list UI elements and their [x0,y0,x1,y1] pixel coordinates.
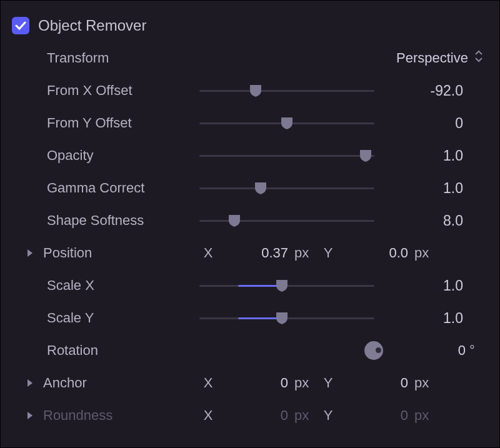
axis-x-label: X [199,245,217,261]
from-x-label: From X Offset [24,82,199,99]
roundness-label: Roundness [24,407,199,424]
gamma-row: Gamma Correct 1.0 [12,172,488,204]
from-x-row: From X Offset -92.0 [12,74,488,107]
scale-y-slider[interactable] [199,311,374,326]
transform-value: Perspective [396,50,468,66]
roundness-x-unit: px [292,407,319,424]
position-disclosure[interactable] [23,249,37,257]
position-y-unit: px [412,245,439,261]
position-x-value[interactable]: 0.37 [217,245,292,261]
roundness-disclosure[interactable] [23,411,37,420]
position-y-value[interactable]: 0.0 [337,245,412,261]
opacity-slider[interactable] [199,148,374,163]
transform-row: Transform Perspective [12,42,488,74]
scale-x-slider[interactable] [199,278,374,293]
roundness-row: Roundness X 0 px Y 0 px [12,399,488,432]
transform-dropdown[interactable]: Perspective [396,49,488,67]
axis-y-label: Y [319,407,337,424]
opacity-value[interactable]: 1.0 [374,147,468,164]
rotation-label: Rotation [24,342,199,359]
anchor-y-unit: px [412,375,439,391]
gamma-value[interactable]: 1.0 [374,180,468,197]
scale-x-row: Scale X 1.0 [12,269,488,302]
axis-x-label: X [199,375,217,391]
scale-x-label: Scale X [24,277,199,294]
rotation-row: Rotation 0 ° [12,334,488,367]
from-y-value[interactable]: 0 [374,115,468,132]
anchor-disclosure[interactable] [23,379,37,387]
section-header: Object Remover [12,9,488,42]
scale-y-value[interactable]: 1.0 [374,310,468,327]
from-x-value[interactable]: -92.0 [374,82,468,99]
scale-y-row: Scale Y 1.0 [12,302,488,334]
opacity-row: Opacity 1.0 [12,139,488,172]
gamma-slider[interactable] [199,181,374,196]
section-title: Object Remover [38,17,146,34]
from-y-row: From Y Offset 0 [12,107,488,139]
anchor-x-unit: px [292,375,319,391]
from-x-slider[interactable] [199,83,374,98]
gamma-label: Gamma Correct [24,180,199,196]
roundness-y-unit: px [412,407,439,424]
rotation-dial[interactable] [364,341,383,360]
axis-x-label: X [199,407,217,424]
enable-checkbox[interactable] [12,17,29,34]
anchor-x-value[interactable]: 0 [217,375,292,391]
anchor-label: Anchor [24,375,199,391]
from-y-slider[interactable] [199,116,374,131]
anchor-row: Anchor X 0 px Y 0 px [12,367,488,399]
roundness-y-value: 0 [337,407,412,424]
opacity-label: Opacity [24,147,199,164]
position-label: Position [24,245,199,261]
scale-y-label: Scale Y [24,310,199,326]
axis-y-label: Y [319,375,337,391]
rotation-value[interactable]: 0 [394,342,469,359]
softness-slider[interactable] [199,213,374,228]
anchor-y-value[interactable]: 0 [337,375,412,391]
transform-label: Transform [24,50,199,66]
scale-x-value[interactable]: 1.0 [374,277,468,294]
rotation-unit: ° [469,342,488,359]
softness-value[interactable]: 8.0 [374,212,468,229]
position-x-unit: px [292,245,319,261]
softness-row: Shape Softness 8.0 [12,204,488,237]
from-y-label: From Y Offset [24,115,199,131]
roundness-x-value: 0 [217,407,292,424]
position-row: Position X 0.37 px Y 0.0 px [12,237,488,269]
axis-y-label: Y [319,245,337,261]
updown-icon [474,49,483,67]
softness-label: Shape Softness [24,212,199,229]
